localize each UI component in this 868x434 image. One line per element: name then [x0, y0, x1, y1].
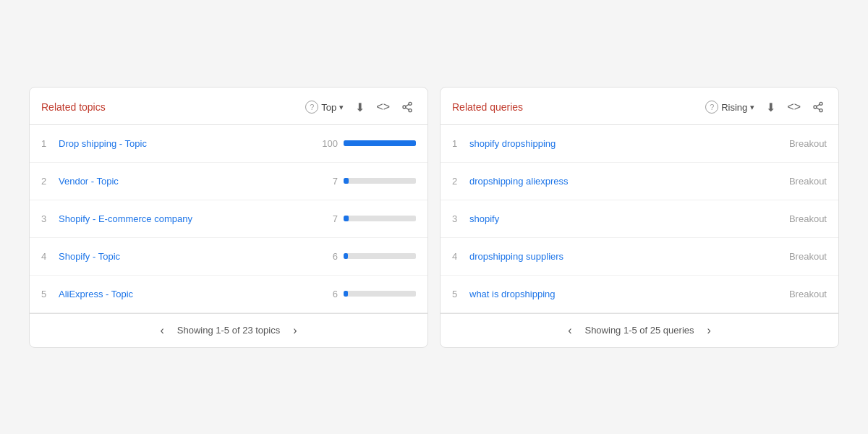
row-number: 2 [41, 176, 59, 187]
prev-page-button[interactable]: ‹ [156, 323, 168, 339]
row-topic-label[interactable]: AliExpress - Topic [59, 289, 318, 299]
row-topic-label[interactable]: Vendor - Topic [59, 176, 318, 187]
bar-container [344, 253, 416, 259]
row-breakout: Breakout [789, 213, 827, 224]
related-queries-controls: Rising ▾ ⬇ <> [718, 99, 827, 116]
bar-fill [344, 178, 349, 184]
related-queries-share-button[interactable] [809, 100, 827, 114]
row-number: 5 [452, 289, 469, 299]
row-topic-label[interactable]: Shopify - E-commerce company [59, 213, 318, 224]
row-score: 6 [318, 289, 338, 299]
row-breakout: Breakout [789, 176, 827, 187]
table-row: 3 shopify Breakout [441, 200, 838, 238]
row-query-label[interactable]: shopify dropshipping [469, 138, 789, 149]
table-row: 3 Shopify - E-commerce company 7 [30, 200, 427, 238]
row-query-label[interactable]: dropshipping aliexpress [469, 176, 789, 187]
next-page-button[interactable]: › [289, 323, 301, 339]
row-topic-label[interactable]: Shopify - Topic [59, 251, 318, 262]
table-row: 2 Vendor - Topic 7 [30, 163, 427, 200]
related-topics-share-button[interactable] [399, 100, 416, 114]
related-queries-download-button[interactable]: ⬇ [763, 99, 778, 116]
row-breakout: Breakout [789, 251, 827, 262]
related-queries-embed-button[interactable]: <> [784, 99, 804, 115]
bar-container [344, 291, 416, 297]
bar-container [344, 216, 416, 221]
related-topics-download-button[interactable]: ⬇ [352, 99, 367, 116]
row-number: 5 [41, 289, 59, 299]
filter-label: Rising [721, 102, 747, 113]
row-query-label[interactable]: what is dropshipping [469, 289, 789, 299]
table-row: 2 dropshipping aliexpress Breakout [441, 163, 838, 200]
row-breakout: Breakout [789, 138, 827, 149]
main-container: Related topics ? Top ▾ ⬇ <> 1 [14, 72, 854, 362]
related-topics-embed-button[interactable]: <> [373, 99, 393, 115]
row-number: 2 [452, 176, 469, 187]
table-row: 4 Shopify - Topic 6 [30, 238, 427, 276]
filter-label: Top [321, 102, 336, 113]
related-topics-header: Related topics ? Top ▾ ⬇ <> [30, 88, 427, 125]
row-score: 6 [318, 251, 338, 262]
table-row: 1 shopify dropshipping Breakout [441, 125, 838, 163]
table-row: 4 dropshipping suppliers Breakout [441, 238, 838, 276]
row-number: 3 [452, 213, 469, 224]
row-query-label[interactable]: dropshipping suppliers [469, 251, 789, 262]
title-group: Related queries ? [452, 101, 718, 114]
dropdown-arrow-icon: ▾ [750, 103, 754, 112]
related-topics-title: Related topics [41, 101, 301, 113]
related-topics-controls: Top ▾ ⬇ <> [318, 99, 416, 116]
bar-fill [344, 291, 348, 297]
related-queries-header: Related queries ? Rising ▾ ⬇ <> [441, 88, 838, 125]
svg-line-9 [817, 104, 820, 106]
row-number: 3 [41, 213, 59, 224]
table-row: 1 Drop shipping - Topic 100 [30, 125, 427, 163]
row-score: 7 [318, 213, 338, 224]
row-score: 7 [318, 176, 338, 187]
related-queries-footer: ‹ Showing 1-5 of 25 queries › [441, 313, 838, 347]
related-topics-filter-dropdown[interactable]: Top ▾ [318, 101, 346, 114]
row-number: 1 [41, 138, 59, 149]
row-number: 4 [41, 251, 59, 262]
svg-line-4 [406, 104, 409, 106]
title-group: Related topics ? [41, 101, 318, 114]
table-row: 5 what is dropshipping Breakout [441, 276, 838, 313]
related-queries-title: Related queries [452, 101, 701, 113]
row-breakout: Breakout [789, 289, 827, 299]
row-query-label[interactable]: shopify [469, 213, 789, 224]
next-page-button[interactable]: › [703, 323, 715, 339]
related-topics-help-icon[interactable]: ? [305, 101, 318, 114]
prev-page-button[interactable]: ‹ [563, 323, 576, 339]
row-topic-label[interactable]: Drop shipping - Topic [59, 138, 318, 149]
table-row: 5 AliExpress - Topic 6 [30, 276, 427, 313]
footer-text: Showing 1-5 of 25 queries [584, 325, 694, 336]
bar-container [344, 178, 416, 184]
row-number: 1 [452, 138, 469, 149]
svg-line-3 [406, 108, 409, 110]
bar-fill [344, 216, 349, 221]
related-topics-footer: ‹ Showing 1-5 of 23 topics › [30, 313, 427, 347]
related-topics-card: Related topics ? Top ▾ ⬇ <> 1 [29, 87, 428, 348]
svg-line-8 [817, 108, 820, 110]
row-score: 100 [318, 138, 338, 149]
bar-fill [344, 253, 348, 259]
bar-fill [344, 140, 416, 146]
dropdown-arrow-icon: ▾ [339, 103, 344, 112]
footer-text: Showing 1-5 of 23 topics [177, 325, 280, 336]
bar-container [344, 140, 416, 146]
row-number: 4 [452, 251, 469, 262]
related-queries-help-icon[interactable]: ? [705, 101, 718, 114]
related-queries-filter-dropdown[interactable]: Rising ▾ [718, 101, 757, 114]
related-queries-card: Related queries ? Rising ▾ ⬇ <> [440, 87, 839, 348]
